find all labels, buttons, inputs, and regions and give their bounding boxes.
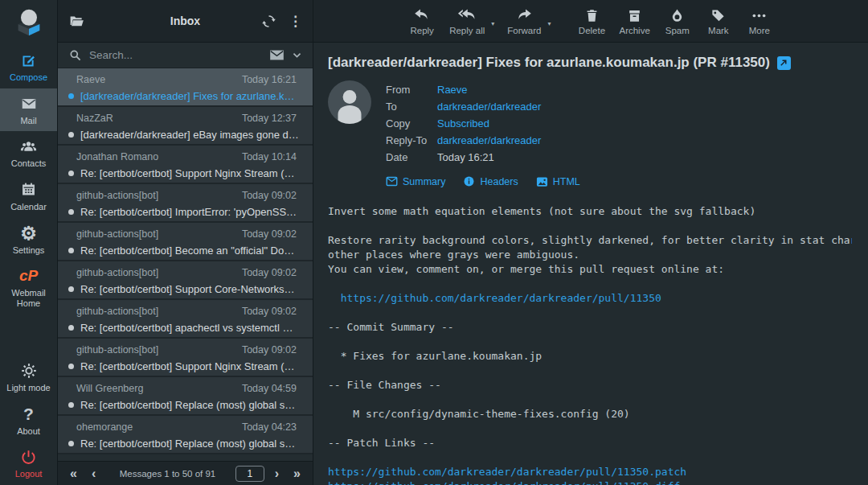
more-dots-icon [751,8,768,23]
body-line: M src/config/dynamic-theme-fixes.config … [328,407,852,421]
forward-button[interactable]: Forward ▾ [502,0,546,42]
message-subject: Re: [certbot/certbot] ImportError: 'pyOp… [80,206,303,218]
search-bar [58,43,313,68]
search-options-chevron-icon[interactable] [292,50,302,60]
folder-icon[interactable] [68,13,85,30]
reply-to-link[interactable]: darkreader/darkreader [437,134,541,146]
refresh-icon[interactable] [261,14,276,29]
unread-dot [68,132,74,138]
header-fields: From Raeve To darkreader/darkreader Copy… [386,80,541,166]
next-page-icon[interactable]: › [271,467,283,480]
body-line: -- Commit Summary -- [328,320,852,335]
sidebar-item-mail[interactable]: Mail [0,88,57,132]
reply-all-icon [457,8,477,23]
message-part-tabs: Summary Headers [386,175,852,187]
body-line: other places where grays were ambiguous. [328,248,852,262]
mark-button[interactable]: Mark [700,0,737,42]
message-body: Invert some math equation elements (not … [328,204,852,485]
message-row[interactable]: github-actions[bot] Today 09:02 Re: [cer… [58,223,313,261]
message-row[interactable]: Will Greenberg Today 04:59 Re: [certbot/… [58,377,313,416]
reply-all-caret-icon[interactable]: ▾ [491,20,494,27]
message-subject: Re: [certbot/certbot] Replace (most) glo… [80,438,303,450]
to-link[interactable]: darkreader/darkreader [437,101,541,113]
search-scope-envelope-icon[interactable] [269,49,285,61]
kebab-menu-icon[interactable]: ⋮ [289,14,302,28]
archive-button[interactable]: Archive [614,0,654,42]
sidebar-item-label: Calendar [10,202,47,212]
body-line [328,306,852,320]
message-row[interactable]: github-actions[bot] Today 09:02 Re: [cer… [58,261,313,300]
forward-caret-icon[interactable]: ▾ [547,20,551,27]
body-line: -- Patch Links -- [328,436,852,450]
body-line[interactable]: https://github.com/darkreader/darkreader… [328,479,852,485]
sidebar-item-webmail-home[interactable]: cP Webmail Home [0,261,57,314]
sidebar-item-compose[interactable]: Compose [0,45,57,88]
sidebar-item-about[interactable]: ? About [0,399,57,442]
spam-flame-icon-button[interactable]: Spam [659,0,696,42]
more-button[interactable]: More [741,0,778,42]
search-input[interactable] [89,49,262,61]
tab-headers[interactable]: Headers [463,175,518,187]
body-line [328,450,852,465]
reply-all-button[interactable]: Reply all ▾ [444,0,489,42]
message-list: Raeve Today 16:21 [darkreader/darkreader… [58,68,313,461]
first-page-icon[interactable]: « [66,467,81,480]
message-subject: Re: [certbot/certbot] Support Core-Netwo… [80,283,303,295]
body-line[interactable]: https://github.com/darkreader/darkreader… [328,291,852,306]
message-row[interactable]: Raeve Today 16:21 [darkreader/darkreader… [58,68,313,107]
compose-icon [20,51,37,69]
sidebar: Compose Mail Contacts [0,0,58,485]
list-header: Inbox ⋮ [58,0,313,43]
message-subject-heading: [darkreader/darkreader] Fixes for azurla… [328,55,852,71]
unread-dot [68,364,74,369]
message-content: [darkreader/darkreader] Fixes for azurla… [313,43,868,485]
body-line [328,335,852,349]
external-link-icon[interactable] [777,56,791,70]
image-icon [536,176,548,187]
sidebar-item-settings[interactable]: ⚙ Settings [0,218,57,261]
message-row[interactable]: NazZaR Today 12:37 [darkreader/darkreade… [58,107,313,146]
flame-icon [669,8,685,23]
pagination-status: Messages 1 to 50 of 91 [106,469,229,479]
delete-button[interactable]: Delete [573,0,610,42]
envelope-outline-icon [386,176,398,187]
info-circle-icon [463,175,475,187]
message-list-panel: Inbox ⋮ [58,0,313,485]
sidebar-item-calendar[interactable]: Calendar [0,175,57,218]
message-row[interactable]: github-actions[bot] Today 09:02 Re: [cer… [58,300,313,339]
tab-summary[interactable]: Summary [386,175,445,187]
message-row[interactable]: ohemorange Today 04:23 Re: [certbot/cert… [58,416,313,454]
message-sender: github-actions[bot] [76,190,158,201]
message-subject: Re: [certbot/certbot] Support Nginx Stre… [80,167,303,179]
gear-icon: ⚙ [20,224,37,242]
tab-html[interactable]: HTML [536,175,580,187]
body-line[interactable]: https://github.com/darkreader/darkreader… [328,465,852,479]
page-number-input[interactable] [235,466,264,482]
from-link[interactable]: Raeve [437,84,468,96]
header-field-copy: Copy Subscribed [386,115,541,132]
message-row[interactable]: github-actions[bot] Today 09:02 Re: [cer… [58,184,313,223]
unread-dot [68,248,74,253]
message-subject: Re: [certbot/certbot] Become an "officia… [80,245,303,257]
search-icon[interactable] [68,48,82,62]
message-sender: github-actions[bot] [76,306,158,317]
message-date: Today 09:02 [242,344,297,356]
webmail-app: Compose Mail Contacts [0,0,868,485]
last-page-icon[interactable]: » [289,467,305,480]
sidebar-item-light-mode[interactable]: Light mode [0,356,57,399]
message-sender: Will Greenberg [76,383,143,394]
reply-button[interactable]: Reply [403,0,440,42]
message-row[interactable]: Jonathan Romano Today 10:14 Re: [certbot… [58,146,313,184]
roundcube-logo[interactable] [0,0,57,45]
message-view: Reply Reply all ▾ Forward [313,0,868,485]
copy-link[interactable]: Subscribed [437,117,489,129]
power-icon [20,448,37,466]
unread-dot [68,441,74,446]
message-subject: Re: [certbot/certbot] apachectl vs syste… [80,322,303,334]
sidebar-item-contacts[interactable]: Contacts [0,131,57,175]
sidebar-item-logout[interactable]: Logout [0,442,57,485]
body-line [328,277,852,291]
message-row[interactable]: github-actions[bot] Today 09:02 Re: [cer… [58,339,313,377]
tag-icon [710,8,726,23]
prev-page-icon[interactable]: ‹ [88,467,100,480]
